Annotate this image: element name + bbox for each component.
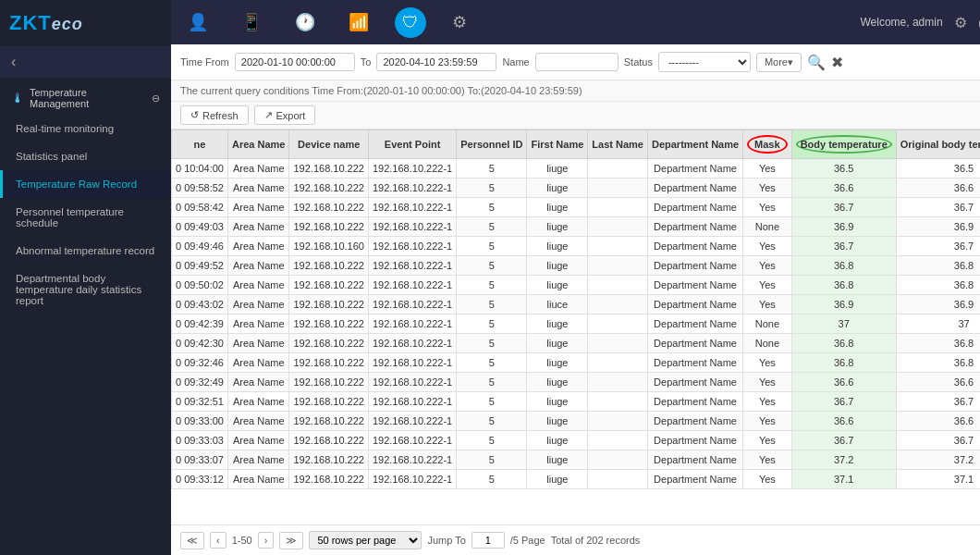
table-cell: 36.6 — [791, 373, 896, 392]
more-button[interactable]: More▾ — [756, 53, 802, 72]
pag-last-button[interactable]: ≫ — [279, 532, 303, 549]
table-row: 0 09:49:03Area Name192.168.10.222192.168… — [172, 217, 981, 237]
search-icon[interactable]: 🔍 — [807, 54, 826, 71]
table-cell: 192.168.10.222-1 — [368, 334, 456, 353]
table-row: 0 09:32:49Area Name192.168.10.222192.168… — [172, 373, 981, 392]
table-cell: None — [743, 334, 792, 353]
sidebar-item-personnel[interactable]: Personnel temperature schedule — [0, 198, 171, 237]
table-cell: 36.7 — [896, 198, 980, 217]
table-cell: liuge — [527, 256, 588, 276]
table-cell: 5 — [457, 276, 527, 295]
table-cell: 192.168.10.222 — [289, 217, 368, 237]
table-cell: liuce — [527, 295, 588, 314]
col-mask: Mask — [743, 130, 792, 159]
logo-text: ZKTeco — [9, 11, 83, 35]
sidebar-item-departmental[interactable]: Departmental body temperature daily stat… — [0, 265, 171, 314]
pag-prev-button[interactable]: ‹ — [210, 532, 227, 549]
table-cell: 5 — [457, 198, 527, 217]
table-cell: 36.6 — [896, 179, 980, 198]
pag-first-button[interactable]: ≪ — [180, 532, 204, 549]
table-cell: 36.7 — [896, 237, 980, 256]
table-cell: 192.168.10.222-1 — [368, 470, 456, 489]
table-cell: Yes — [743, 470, 792, 489]
signal-nav-icon[interactable]: 📶 — [341, 8, 376, 36]
table-cell: liuge — [527, 217, 588, 237]
table-cell: 0 09:32:46 — [172, 353, 228, 373]
table-cell: Area Name — [228, 159, 289, 179]
table-cell: Department Name — [647, 179, 742, 198]
logo-zkt: ZKT — [9, 11, 52, 34]
name-input[interactable] — [535, 53, 619, 71]
export-button[interactable]: ↗ Export — [254, 105, 316, 125]
table-wrapper: ne Area Name Device name Event Point Per… — [171, 130, 980, 524]
sidebar-item-statistics[interactable]: Statistics panel — [0, 142, 171, 170]
table-cell: 0 10:04:00 — [172, 159, 228, 179]
filter-bar: Time From To Name Status --------- Norma… — [171, 44, 980, 80]
table-cell: 36.9 — [791, 217, 896, 237]
export-label: Export — [276, 110, 306, 121]
nav-right: Welcome, admin ⚙ ◯ ⓘ ❓ ⏻ — [860, 13, 980, 32]
refresh-button[interactable]: ↺ Refresh — [180, 105, 249, 125]
table-cell: 192.168.10.222 — [289, 431, 368, 450]
table-cell: Department Name — [647, 392, 742, 412]
table-cell — [588, 373, 648, 392]
table-cell: Yes — [743, 276, 792, 295]
table-cell: 192.168.10.222-1 — [368, 237, 456, 256]
table-cell: 5 — [457, 295, 527, 314]
rows-per-page-select[interactable]: 50 rows per page 100 rows per page — [309, 531, 422, 549]
sidebar-item-abnormal[interactable]: Abnormal temperature record — [0, 237, 171, 265]
table-cell: 192.168.10.222-1 — [368, 373, 456, 392]
person-nav-icon[interactable]: 👤 — [180, 8, 215, 36]
table-cell: 36.8 — [791, 256, 896, 276]
table-cell: None — [743, 314, 792, 334]
table-cell — [588, 159, 648, 179]
time-from-input[interactable] — [235, 53, 355, 71]
table-row: 0 09:42:30Area Name192.168.10.222192.168… — [172, 334, 981, 353]
col-original-temp: Original body temperature — [896, 130, 980, 159]
table-cell — [588, 412, 648, 431]
sidebar-back-button[interactable]: ‹ — [0, 46, 171, 78]
welcome-text: Welcome, admin — [860, 16, 942, 29]
table-cell: liuge — [527, 334, 588, 353]
table-cell — [588, 431, 648, 450]
table-cell: Department Name — [647, 217, 742, 237]
table-cell: Department Name — [647, 256, 742, 276]
shield-nav-icon[interactable]: 🛡 — [395, 7, 426, 38]
settings-icon[interactable]: ⚙ — [954, 14, 967, 31]
table-cell: 192.168.10.222 — [289, 198, 368, 217]
phone-nav-icon[interactable]: 📱 — [234, 8, 269, 36]
table-cell: 5 — [457, 159, 527, 179]
table-cell: 192.168.10.222-1 — [368, 276, 456, 295]
sidebar-item-rawrecord[interactable]: Temperature Raw Record — [0, 170, 171, 198]
time-to-input[interactable] — [376, 53, 496, 71]
thermometer-icon: 🌡 — [11, 91, 24, 105]
table-cell: 5 — [457, 179, 527, 198]
table-cell: 36.9 — [896, 217, 980, 237]
table-cell: Yes — [743, 392, 792, 412]
table-row: 0 09:58:52Area Name192.168.10.222192.168… — [172, 179, 981, 198]
table-cell: Yes — [743, 198, 792, 217]
gear-nav-icon[interactable]: ⚙ — [445, 8, 474, 36]
table-cell: 192.168.10.222-1 — [368, 412, 456, 431]
table-cell: 192.168.10.222-1 — [368, 431, 456, 450]
table-cell: 36.9 — [896, 295, 980, 314]
sidebar-item-realtime[interactable]: Real-time monitoring — [0, 115, 171, 142]
pag-next-button[interactable]: › — [258, 532, 275, 549]
table-cell: 36.7 — [791, 198, 896, 217]
jump-to-label: Jump To — [427, 535, 465, 546]
table-cell: 192.168.10.222 — [289, 256, 368, 276]
table-cell: 192.168.10.222 — [289, 159, 368, 179]
status-select[interactable]: --------- Normal Exception — [658, 52, 751, 72]
table-cell: 0 09:32:51 — [172, 392, 228, 412]
clock-nav-icon[interactable]: 🕐 — [288, 8, 323, 36]
table-cell — [588, 237, 648, 256]
table-cell: liuge — [527, 412, 588, 431]
clear-icon[interactable]: ✖ — [831, 54, 843, 71]
table-cell: Department Name — [647, 470, 742, 489]
jump-to-input[interactable] — [472, 532, 505, 549]
table-cell: Area Name — [228, 314, 289, 334]
table-cell: 36.6 — [791, 179, 896, 198]
table-cell: Area Name — [228, 217, 289, 237]
table-cell: Area Name — [228, 179, 289, 198]
table-cell — [588, 314, 648, 334]
